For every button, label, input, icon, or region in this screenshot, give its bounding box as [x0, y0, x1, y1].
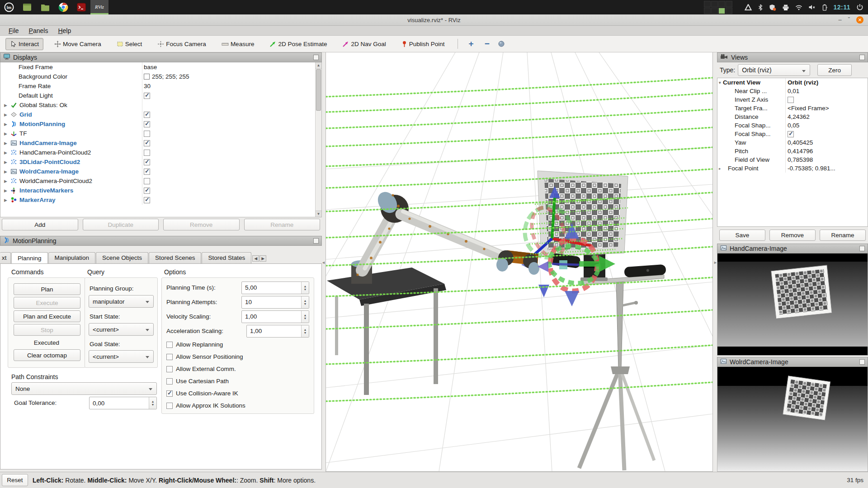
battery-icon[interactable] [822, 4, 827, 11]
views-property-row[interactable]: ▾Current ViewOrbit (rviz) [717, 78, 868, 87]
maximize-button[interactable]: ˇ [848, 18, 850, 22]
stop-button[interactable]: Stop [14, 324, 80, 336]
option-spinner[interactable]: 5,00▲▼ [241, 282, 309, 294]
views-property-row[interactable]: ▸Focal Point-0.75385; 0.981... [717, 164, 868, 173]
option-checkbox[interactable] [166, 366, 173, 372]
handcamera-panel-header[interactable]: HandCamera-Image [717, 244, 868, 253]
tab-scroll-arrows[interactable]: ◀▶ [252, 255, 266, 263]
expander-icon[interactable]: ▶ [4, 160, 8, 164]
display-tree-row[interactable]: ▶WorldCamera-PointCloud2 [0, 176, 321, 186]
worldcamera-panel-header[interactable]: WolrdCamera-Image [717, 357, 868, 367]
expander-icon[interactable]: ▶ [4, 179, 8, 183]
remove-tool-button[interactable]: − [479, 39, 495, 49]
views-checkbox[interactable] [788, 131, 794, 137]
property-row[interactable]: Fixed Framebase [0, 62, 321, 72]
workspace-cell[interactable] [704, 8, 711, 14]
display-item[interactable]: ▶HandCamera-PointCloud2 [0, 149, 142, 156]
enable-checkbox[interactable] [144, 112, 150, 118]
window-list-icon[interactable] [18, 0, 36, 14]
expander-icon[interactable]: ▶ [4, 169, 8, 174]
enable-checkbox[interactable] [144, 131, 150, 137]
display-item[interactable]: ▶Global Status: Ok [0, 102, 142, 108]
panel-float-button[interactable] [313, 238, 319, 244]
views-property-value[interactable]: 0,414796 [785, 147, 868, 155]
workspace-cell[interactable] [726, 1, 732, 7]
display-tree-row[interactable]: ▶InteractiveMarkers [0, 186, 321, 195]
display-tree-row[interactable]: ▶HandCamera-PointCloud2 [0, 148, 321, 157]
terminal-icon[interactable] [72, 0, 90, 14]
option-checkbox-row[interactable]: Allow External Comm. [166, 366, 236, 372]
plan-button[interactable]: Plan [14, 283, 80, 295]
mint-menu-icon[interactable]: lm [0, 0, 18, 14]
display-item[interactable]: ▶WolrdCamera-Image [0, 168, 142, 175]
views-panel-header[interactable]: Views [717, 52, 868, 62]
display-tree-row[interactable]: ▶Global Status: Ok [0, 100, 321, 110]
add-tool-button[interactable]: + [463, 39, 479, 49]
display-item[interactable]: ▶Grid [0, 111, 142, 118]
enable-checkbox[interactable] [144, 169, 150, 175]
spinner-value[interactable]: 5,00 [242, 284, 301, 291]
display-item[interactable]: ▶TF [0, 130, 142, 137]
property-checkbox[interactable] [144, 93, 150, 99]
execute-button[interactable]: Execute [14, 297, 80, 309]
option-spinner[interactable]: 1,00▲▼ [241, 310, 309, 323]
display-tree-row[interactable]: ▶3DLidar-PointCloud2 [0, 157, 321, 167]
option-checkbox-row[interactable]: Allow Replanning [166, 341, 223, 348]
views-property-row[interactable]: Field of View0,785398 [717, 155, 868, 164]
display-item[interactable]: ▶3DLidar-PointCloud2 [0, 159, 142, 165]
collapse-left-icon[interactable]: ◄ [321, 260, 326, 265]
spinner-arrows-icon[interactable]: ▲▼ [301, 325, 309, 337]
tab-scroll-right-icon[interactable]: ▶ [259, 255, 266, 262]
start-state-select[interactable]: <current> [89, 323, 154, 336]
views-property-value[interactable]: 4,24362 [785, 113, 868, 121]
display-item[interactable]: ▶HandCamera-Image [0, 140, 142, 146]
views-property-row[interactable]: Near Clip ...0,01 [717, 87, 868, 95]
display-item-enabled[interactable] [142, 138, 321, 148]
tool-2d-nav-goal[interactable]: 2D Nav Goal [338, 38, 390, 50]
power-icon[interactable] [856, 4, 863, 11]
close-button[interactable]: ✕ [856, 16, 863, 23]
tool-focus-camera[interactable]: Focus Camera [153, 38, 211, 50]
property-value[interactable]: 30 [142, 81, 321, 91]
spinner-arrows-icon[interactable]: ▲▼ [301, 296, 309, 308]
spinner-arrows-icon[interactable]: ▲▼ [301, 311, 309, 323]
tool-publish-point[interactable]: Publish Point [397, 38, 449, 50]
duplicate-display-button[interactable]: Duplicate [83, 219, 159, 230]
views-property-row[interactable]: Focal Shap...0,05 [717, 121, 868, 130]
views-property-value[interactable]: 0,785398 [785, 155, 868, 164]
option-checkbox-row[interactable]: Allow Sensor Positioning [166, 353, 243, 360]
files-icon[interactable] [36, 0, 54, 14]
clear-octomap-button[interactable]: Clear octomap [14, 349, 80, 361]
spinner-value[interactable]: 10 [242, 299, 301, 305]
display-tree-row[interactable]: ▶Grid [0, 110, 321, 119]
views-property-value[interactable] [785, 95, 868, 104]
enable-checkbox[interactable] [144, 140, 150, 146]
expander-icon[interactable]: ▶ [4, 113, 8, 117]
display-item-enabled[interactable] [142, 176, 321, 186]
views-property-value[interactable] [785, 130, 868, 138]
display-tree-row[interactable]: ▶MotionPlanning [0, 119, 321, 129]
display-item-enabled[interactable] [142, 157, 321, 167]
left-splitter[interactable]: ◄ [322, 52, 326, 472]
enable-checkbox[interactable] [144, 150, 150, 156]
chrome-icon[interactable] [54, 0, 72, 14]
property-row[interactable]: Frame Rate30 [0, 81, 321, 91]
workspace-cell[interactable] [718, 8, 725, 14]
expander-icon[interactable]: ▶ [4, 198, 8, 202]
display-tree-row[interactable]: ▶MarkerArray [0, 195, 321, 205]
views-property-value[interactable]: 0,405425 [785, 138, 868, 147]
enable-checkbox[interactable] [144, 178, 150, 184]
remove-view-button[interactable]: Remove [769, 230, 816, 241]
bluetooth-icon[interactable] [758, 4, 763, 11]
option-spinner[interactable]: 10▲▼ [241, 296, 309, 309]
spinner-value[interactable]: 1,00 [247, 328, 301, 334]
window-titlebar[interactable]: visualize.rviz* - RViz – ˇ ✕ [0, 14, 868, 26]
views-property-row[interactable]: Distance4,24362 [717, 113, 868, 121]
workspace-cell[interactable] [718, 1, 725, 7]
workspace-cell[interactable] [704, 1, 711, 7]
option-checkbox-row[interactable]: Use Collision-Aware IK [166, 390, 238, 397]
scroll-thumb[interactable] [316, 69, 321, 111]
expander-icon[interactable]: ▾ [717, 80, 723, 85]
rename-view-button[interactable]: Rename [820, 230, 866, 241]
expander-icon[interactable]: ▶ [4, 150, 8, 155]
